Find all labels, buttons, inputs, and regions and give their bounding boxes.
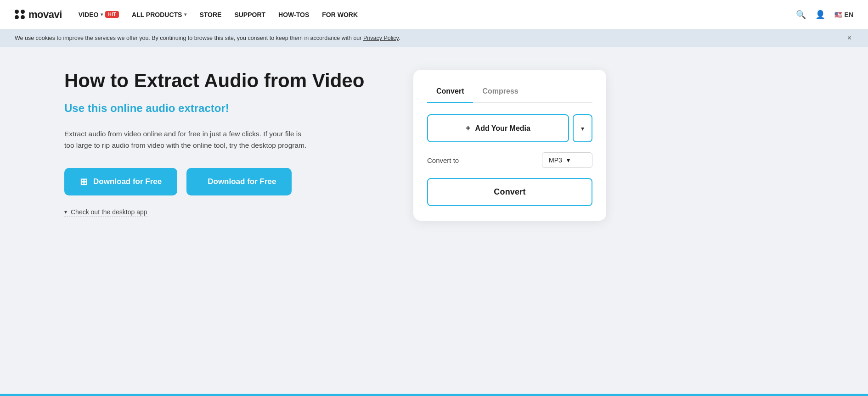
card-tabs: Convert Compress — [427, 83, 592, 103]
login-icon[interactable]: 👤 — [815, 10, 825, 20]
add-media-dropdown-button[interactable]: ▾ — [573, 114, 592, 142]
tab-convert[interactable]: Convert — [427, 83, 473, 103]
header: movavi VIDEO ▾ HIT ALL PRODUCTS ▾ STORE … — [0, 0, 868, 29]
cookie-close-button[interactable]: × — [845, 34, 853, 42]
chevron-down-icon: ▾ — [567, 156, 570, 164]
add-media-button[interactable]: + Add Your Media — [427, 114, 569, 142]
nav-item-all-products[interactable]: ALL PRODUCTS ▾ — [132, 11, 186, 18]
language-label: EN — [845, 11, 853, 18]
left-section: How to Extract Audio from Video Use this… — [64, 70, 377, 217]
main-content: How to Extract Audio from Video Use this… — [0, 47, 643, 248]
header-right: 🔍 👤 🇺🇸 EN — [796, 10, 853, 20]
language-selector[interactable]: 🇺🇸 EN — [834, 11, 853, 18]
converter-card: Convert Compress + Add Your Media ▾ Conv… — [413, 70, 606, 221]
convert-to-label: Convert to — [427, 156, 459, 164]
nav-item-how-tos[interactable]: HOW-TOS — [278, 11, 309, 18]
nav-item-support[interactable]: SUPPORT — [234, 11, 265, 18]
add-media-row: + Add Your Media ▾ — [427, 114, 592, 142]
convert-to-row: Convert to MP3 ▾ — [427, 152, 592, 168]
tab-compress[interactable]: Compress — [473, 83, 527, 103]
desktop-app-link[interactable]: ▾ Check out the desktop app — [64, 208, 147, 217]
chevron-down-icon: ▾ — [101, 12, 103, 17]
nav-item-store[interactable]: STORE — [199, 11, 221, 18]
search-icon[interactable]: 🔍 — [796, 10, 806, 20]
chevron-down-icon: ▾ — [64, 209, 67, 215]
windows-icon: ⊞ — [80, 176, 88, 187]
logo-text: movavi — [28, 9, 62, 21]
nav-item-video[interactable]: VIDEO ▾ HIT — [79, 11, 119, 18]
chevron-down-icon: ▾ — [184, 12, 186, 17]
download-windows-button[interactable]: ⊞ Download for Free — [64, 168, 177, 195]
nav-item-for-work[interactable]: FOR WORK — [322, 11, 358, 18]
logo[interactable]: movavi — [15, 9, 62, 21]
page-title: How to Extract Audio from Video — [64, 70, 377, 92]
page-subtitle: Use this online audio extractor! — [64, 102, 377, 115]
page-description: Extract audio from video online and for … — [64, 128, 312, 151]
convert-button[interactable]: Convert — [427, 178, 592, 206]
cookie-banner: We use cookies to improve the services w… — [0, 29, 868, 47]
logo-icon — [15, 10, 25, 20]
format-selected-value: MP3 — [549, 156, 562, 164]
format-select[interactable]: MP3 ▾ — [542, 152, 592, 168]
flag-icon: 🇺🇸 — [834, 11, 842, 18]
privacy-policy-link[interactable]: Privacy Policy — [363, 35, 399, 41]
cookie-text: We use cookies to improve the services w… — [15, 35, 400, 41]
chevron-down-icon: ▾ — [581, 125, 584, 132]
plus-icon: + — [466, 123, 471, 133]
main-nav: VIDEO ▾ HIT ALL PRODUCTS ▾ STORE SUPPORT… — [79, 11, 796, 18]
download-mac-button[interactable]: Download for Free — [186, 168, 292, 195]
download-buttons: ⊞ Download for Free Download for Free — [64, 168, 377, 195]
